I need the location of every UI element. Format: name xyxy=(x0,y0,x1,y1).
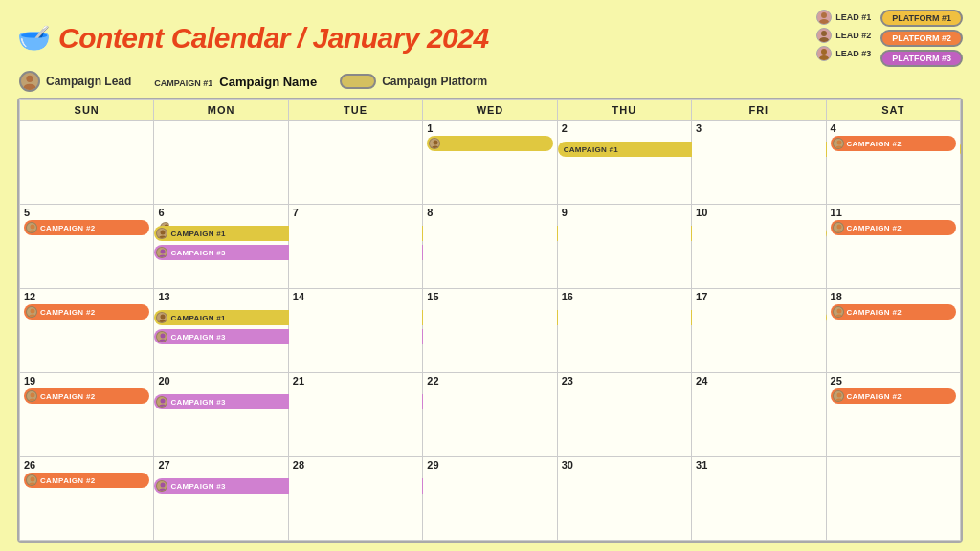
day-25: 25 xyxy=(831,375,956,386)
svg-point-6 xyxy=(26,76,33,82)
lead-avatar-2 xyxy=(816,28,832,43)
event-w4-sun-c2[interactable]: CAMPAIGN #2 xyxy=(24,388,149,404)
title-area: 🥣 Content Calendar / January 2024 xyxy=(17,22,489,55)
event-avatar-c3 xyxy=(156,247,167,258)
svg-point-33 xyxy=(159,405,167,408)
campaign-platform-swatch xyxy=(340,74,376,89)
svg-point-17 xyxy=(159,236,167,240)
legend-lead-1: LEAD #1 xyxy=(816,10,871,25)
col-mon: MON xyxy=(154,100,288,121)
svg-point-24 xyxy=(161,315,166,320)
cell-w5-tue: 28 xyxy=(288,457,422,541)
day-3: 3 xyxy=(696,122,821,134)
sub-legend-lead: Campaign Lead xyxy=(19,71,131,92)
event-w5-sun-c2[interactable]: CAMPAIGN #2 xyxy=(24,473,149,488)
cell-w2-thu: 9 xyxy=(557,205,691,289)
cal-week-5: 26 CAMPAIGN #2 27 xyxy=(20,457,961,541)
cell-w4-tue: 21 xyxy=(288,373,422,457)
cell-w2-fri: 10 xyxy=(692,205,826,289)
day-19: 19 xyxy=(24,375,149,386)
day-22: 22 xyxy=(427,375,552,386)
calendar-wrapper: SUN MON TUE WED THU FRI SAT 1 xyxy=(17,98,963,543)
legend-area: LEAD #1 LEAD #2 LEAD #3 PLATFORM #1 xyxy=(816,10,963,67)
cell-w3-mon: 13 CAMPAIGN #1 xyxy=(154,289,288,373)
event-w1-sat-c2[interactable]: CAMPAIGN #2 xyxy=(831,136,956,151)
svg-point-0 xyxy=(821,12,827,18)
lead-avatar-1 xyxy=(816,10,832,25)
event-w4-sat-c2[interactable]: CAMPAIGN #2 xyxy=(831,388,956,404)
svg-point-28 xyxy=(836,309,841,314)
cell-w1-fri: 3 xyxy=(692,121,826,205)
svg-point-9 xyxy=(432,146,439,150)
cell-w1-thu: 2 CAMPAIGN #1 xyxy=(557,121,691,205)
event-w1-wed-c1[interactable] xyxy=(427,136,552,151)
cell-w2-mon: 6 CAMPAIGN #1 xyxy=(154,205,288,289)
event-avatar-5 xyxy=(833,222,844,233)
cal-week-2: 5 CAMPAIGN #2 6 xyxy=(20,205,961,289)
calendar-header-row: SUN MON TUE WED THU FRI SAT xyxy=(20,100,961,121)
cell-w4-mon: 20 CAMPAIGN #3 xyxy=(154,373,288,457)
cell-w3-thu: 16 xyxy=(557,289,691,373)
day-7: 7 xyxy=(293,207,418,218)
cell-w5-mon: 27 CAMPAIGN #3 xyxy=(154,457,288,541)
event-avatar-11 xyxy=(156,396,167,408)
day-20: 20 xyxy=(158,375,283,386)
cal-week-4: 19 CAMPAIGN #2 20 xyxy=(20,373,961,457)
legend-lead-3: LEAD #3 xyxy=(816,46,871,61)
cell-w3-fri: 17 xyxy=(692,289,826,373)
day-31: 31 xyxy=(696,459,821,471)
svg-point-31 xyxy=(29,399,36,403)
sub-legend-campaign-name: CAMPAIGN #1 Campaign Name xyxy=(154,75,317,89)
col-tue: TUE xyxy=(288,100,422,121)
svg-point-2 xyxy=(821,31,827,36)
header-row: 🥣 Content Calendar / January 2024 LEAD #… xyxy=(17,10,963,67)
svg-point-19 xyxy=(159,255,167,259)
event-w2-sat-c2[interactable]: CAMPAIGN #2 xyxy=(831,220,956,235)
col-thu: THU xyxy=(557,100,691,121)
cal-week-1: 1 2 CAMPAIGN #1 xyxy=(20,121,961,205)
svg-point-3 xyxy=(819,37,829,42)
day-17: 17 xyxy=(696,291,821,302)
event-w2-sun-c2[interactable]: CAMPAIGN #2 xyxy=(24,220,149,235)
day-9: 9 xyxy=(562,207,687,218)
event-w3-sun-c2[interactable]: CAMPAIGN #2 xyxy=(24,304,149,320)
svg-point-12 xyxy=(31,225,35,230)
svg-point-20 xyxy=(836,225,841,230)
svg-point-34 xyxy=(836,393,841,398)
cell-w5-fri: 31 xyxy=(692,457,826,541)
cell-w4-sun: 19 CAMPAIGN #2 xyxy=(20,373,154,457)
day-28: 28 xyxy=(293,459,418,471)
svg-point-29 xyxy=(835,315,843,319)
day-24: 24 xyxy=(696,375,821,386)
svg-point-10 xyxy=(836,141,841,145)
event-avatar-9 xyxy=(833,306,844,318)
cell-w1-sun xyxy=(20,121,154,205)
day-8: 8 xyxy=(427,207,552,218)
svg-point-30 xyxy=(31,393,35,398)
day-27: 27 xyxy=(158,459,283,471)
cell-w4-sat: 25 CAMPAIGN #2 xyxy=(826,373,960,457)
day-18: 18 xyxy=(831,291,956,302)
svg-point-5 xyxy=(819,55,829,60)
cell-w1-mon xyxy=(154,121,288,205)
event-w3-sat-c2[interactable]: CAMPAIGN #2 xyxy=(831,304,956,320)
title-icon: 🥣 xyxy=(17,25,51,52)
day-5: 5 xyxy=(24,207,149,218)
cell-w5-wed: 29 xyxy=(423,457,557,541)
col-sun: SUN xyxy=(20,100,154,121)
svg-point-23 xyxy=(29,315,36,319)
day-2: 2 xyxy=(562,122,687,134)
cell-w3-sun: 12 CAMPAIGN #2 xyxy=(20,289,154,373)
day-1: 1 xyxy=(427,122,552,134)
day-13: 13 xyxy=(158,291,283,302)
svg-point-37 xyxy=(29,483,36,487)
svg-point-11 xyxy=(835,146,843,150)
cal-week-3: 12 CAMPAIGN #2 13 xyxy=(20,289,961,373)
sub-legend-platform: Campaign Platform xyxy=(340,74,487,89)
event-avatar-2 xyxy=(833,138,844,149)
svg-point-13 xyxy=(29,231,36,234)
day-29: 29 xyxy=(427,459,552,471)
day-4: 4 xyxy=(831,122,956,134)
event-avatar-6 xyxy=(26,306,37,318)
svg-point-39 xyxy=(159,489,167,493)
